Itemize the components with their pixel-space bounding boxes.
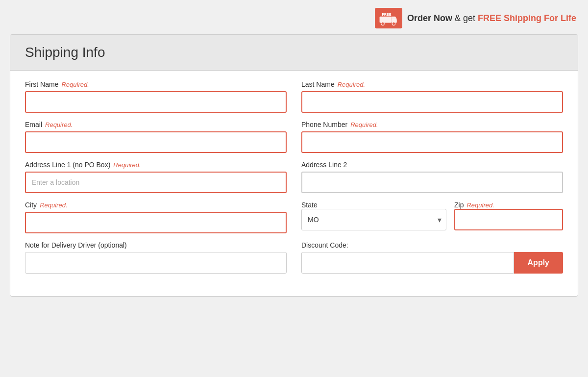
note-discount-row: Note for Delivery Driver (optional) Disc…	[25, 241, 563, 274]
and-text: & get	[452, 13, 478, 23]
email-label-text: Email	[25, 121, 42, 128]
apply-button[interactable]: Apply	[514, 252, 563, 274]
form-title: Shipping Info	[25, 45, 563, 60]
phone-input[interactable]	[301, 131, 563, 153]
form-body: First Name Required. Last Name Required.…	[10, 71, 578, 296]
discount-label-text: Discount Code:	[301, 241, 348, 249]
address2-field: Address Line 2	[301, 161, 563, 193]
state-zip-row: State ALAKAZARCACOCTDEFLGAHIIDILINIAKSKY…	[301, 201, 563, 230]
address1-input[interactable]	[25, 172, 287, 193]
zip-input[interactable]	[454, 209, 563, 230]
last-name-label: Last Name Required.	[301, 80, 563, 88]
phone-label-text: Phone Number	[301, 121, 347, 128]
address-row: Address Line 1 (no PO Box) Required. Add…	[25, 161, 563, 193]
first-name-label-text: First Name	[25, 80, 58, 88]
note-field: Note for Delivery Driver (optional)	[25, 241, 287, 274]
truck-icon: FREE	[379, 11, 398, 25]
svg-text:FREE: FREE	[382, 12, 391, 17]
state-select-wrapper: ALAKAZARCACOCTDEFLGAHIIDILINIAKSKYLAMEMD…	[301, 209, 446, 230]
last-name-field: Last Name Required.	[301, 80, 563, 113]
city-input[interactable]	[25, 212, 287, 233]
email-input[interactable]	[25, 131, 287, 153]
phone-label: Phone Number Required.	[301, 121, 563, 128]
top-banner: FREE Order Now & get FREE Shipping For L…	[10, 8, 578, 28]
zip-label-text: Zip	[454, 201, 464, 209]
email-required: Required.	[45, 121, 73, 128]
address1-required: Required.	[113, 161, 141, 169]
zip-required: Required.	[466, 201, 494, 209]
city-required: Required.	[40, 201, 67, 209]
zip-field: Zip Required.	[454, 201, 563, 230]
svg-rect-1	[380, 17, 392, 23]
email-field-group: Email Required.	[25, 121, 287, 153]
discount-input[interactable]	[301, 252, 514, 274]
svg-point-5	[392, 22, 395, 25]
city-label-text: City	[25, 201, 37, 209]
state-field: State ALAKAZARCACOCTDEFLGAHIIDILINIAKSKY…	[301, 201, 446, 230]
last-name-required: Required.	[338, 81, 365, 88]
state-select[interactable]: ALAKAZARCACOCTDEFLGAHIIDILINIAKSKYLAMEMD…	[301, 209, 446, 230]
city-state-zip-row: City Required. State ALAKAZARCACOCTDEFLG…	[25, 201, 563, 233]
last-name-input[interactable]	[301, 91, 563, 113]
order-now-text: Order Now	[407, 13, 452, 23]
name-row: First Name Required. Last Name Required.	[25, 80, 563, 113]
shipping-form-container: Shipping Info First Name Required. Last …	[10, 34, 578, 297]
address1-label-text: Address Line 1 (no PO Box)	[25, 161, 110, 169]
address2-input[interactable]	[301, 172, 563, 193]
banner-text: Order Now & get FREE Shipping For Life	[407, 13, 576, 24]
first-name-label: First Name Required.	[25, 80, 287, 88]
form-header: Shipping Info	[10, 35, 578, 71]
city-label: City Required.	[25, 201, 287, 209]
discount-input-wrapper: Apply	[301, 252, 563, 274]
email-phone-row: Email Required. Phone Number Required.	[25, 121, 563, 153]
first-name-field: First Name Required.	[25, 80, 287, 113]
phone-field: Phone Number Required.	[301, 121, 563, 153]
first-name-input[interactable]	[25, 91, 287, 113]
state-label: State	[301, 201, 446, 209]
note-label-text: Note for Delivery Driver (optional)	[25, 241, 127, 249]
address1-label: Address Line 1 (no PO Box) Required.	[25, 161, 287, 169]
address2-label-text: Address Line 2	[301, 161, 347, 169]
email-label: Email Required.	[25, 121, 287, 128]
note-input[interactable]	[25, 252, 287, 274]
discount-field: Discount Code: Apply	[301, 241, 563, 274]
zip-label: Zip Required.	[454, 201, 563, 209]
phone-required: Required.	[350, 121, 378, 128]
note-label: Note for Delivery Driver (optional)	[25, 241, 287, 249]
truck-icon-container: FREE	[375, 8, 402, 28]
state-label-text: State	[301, 201, 318, 209]
svg-marker-3	[392, 17, 397, 19]
first-name-required: Required.	[61, 81, 89, 88]
svg-point-4	[381, 22, 384, 25]
address1-field: Address Line 1 (no PO Box) Required.	[25, 161, 287, 193]
last-name-label-text: Last Name	[301, 80, 335, 88]
state-zip-group: State ALAKAZARCACOCTDEFLGAHIIDILINIAKSKY…	[301, 201, 563, 233]
city-field: City Required.	[25, 201, 287, 233]
discount-label: Discount Code:	[301, 241, 563, 249]
free-shipping-text: FREE Shipping For Life	[478, 13, 576, 23]
address2-label: Address Line 2	[301, 161, 563, 169]
